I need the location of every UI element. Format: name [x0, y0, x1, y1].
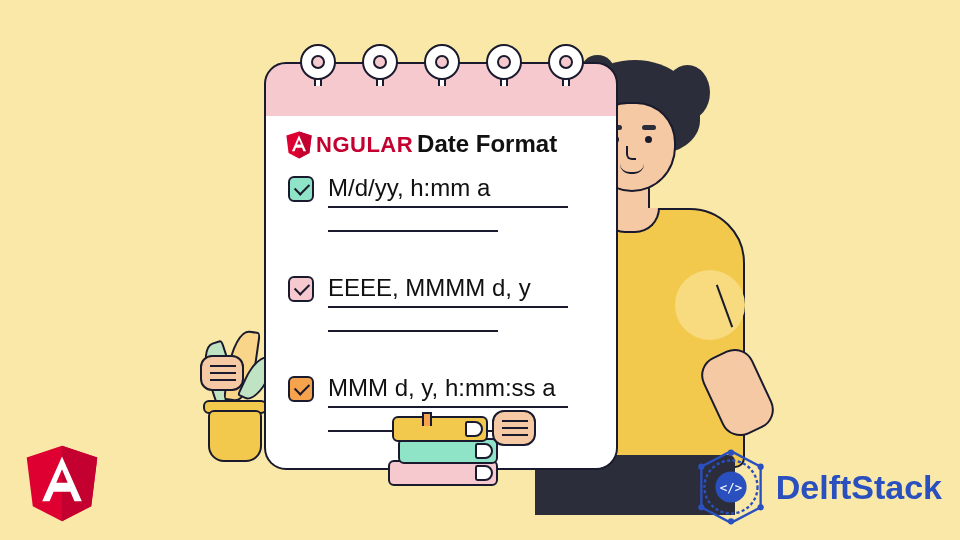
underline — [328, 330, 498, 332]
nose — [626, 146, 636, 160]
delftstack-badge-icon: </> — [692, 448, 770, 526]
checkbox-icon — [288, 276, 314, 302]
svg-point-9 — [757, 464, 763, 470]
date-format-text: EEEE, MMMM d, y — [328, 274, 531, 302]
title-row: NGULARDate Format — [284, 128, 557, 160]
delftstack-logo: </> DelftStack — [692, 448, 942, 526]
shirt-pattern-dot — [675, 270, 745, 340]
title-text: Date Format — [417, 130, 557, 157]
delftstack-wordmark: DelftStack — [776, 468, 942, 507]
spiral-ring — [424, 44, 460, 88]
spiral-ring — [548, 44, 584, 88]
checkbox-icon — [288, 376, 314, 402]
date-format-text: MMM d, y, h:mm:ss a — [328, 374, 556, 402]
date-format-text: M/d/yy, h:mm a — [328, 174, 490, 202]
notebook: NGULARDate Format M/d/yy, h:mm a EEEE, M… — [264, 44, 618, 470]
page-title: NGULARDate Format — [316, 130, 557, 158]
checkbox-icon — [288, 176, 314, 202]
eyebrow — [642, 125, 656, 130]
book — [392, 416, 488, 442]
angular-icon — [284, 128, 314, 160]
svg-text:</>: </> — [719, 480, 742, 495]
pot — [208, 410, 262, 462]
spiral-ring — [300, 44, 336, 88]
angular-logo — [20, 436, 104, 526]
books-illustration — [380, 416, 510, 496]
svg-point-8 — [728, 450, 734, 456]
svg-point-12 — [698, 504, 704, 510]
hand-right — [492, 410, 536, 446]
underline — [328, 406, 568, 408]
svg-point-11 — [728, 518, 734, 524]
hand-left — [200, 355, 244, 391]
underline — [328, 306, 568, 308]
eye — [645, 136, 652, 143]
title-brand: NGULAR — [316, 132, 413, 157]
underline — [328, 230, 498, 232]
underline — [328, 206, 568, 208]
svg-point-10 — [757, 504, 763, 510]
svg-point-13 — [698, 464, 704, 470]
spiral-ring — [486, 44, 522, 88]
spiral-ring — [362, 44, 398, 88]
